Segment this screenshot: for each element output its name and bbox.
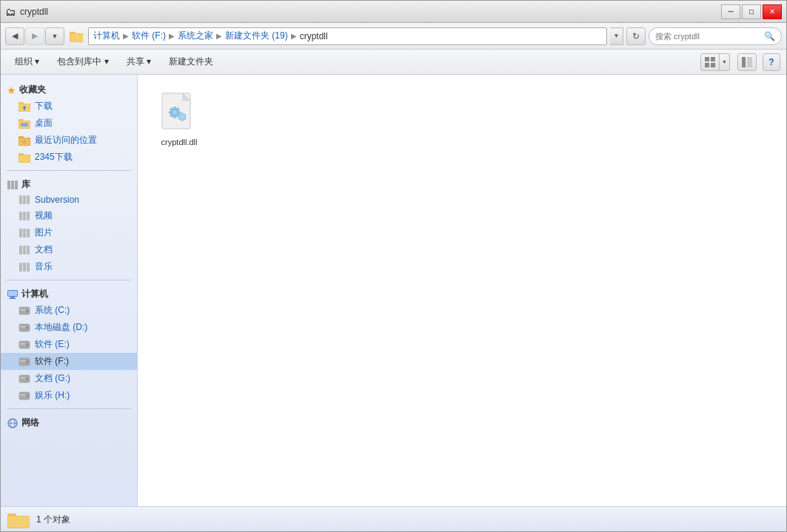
back-button[interactable]: ◀ [5,27,24,45]
sidebar-item-desktop[interactable]: 桌面 [1,115,137,132]
svg-rect-2 [70,34,82,41]
search-input[interactable] [655,32,761,41]
network-header-icon [7,417,19,429]
2345download-label: 2345下载 [35,151,73,164]
address-path[interactable]: 计算机 ▶ 软件 (F:) ▶ 系统之家 ▶ 新建文件夹 (19) ▶ cryp… [88,27,607,45]
recent-folder-icon: ⏱ [19,135,30,146]
sidebar-divider-1 [7,170,131,171]
sidebar-section-library[interactable]: 库 [1,175,137,192]
sidebar-item-document[interactable]: 文档 [1,241,137,258]
svg-point-56 [27,360,29,363]
sidebar-item-recent[interactable]: ⏱ 最近访问的位置 [1,132,137,149]
up-button[interactable]: ▼ [45,27,64,45]
minimize-button[interactable]: ─ [721,4,740,19]
sidebar-item-picture[interactable]: 图片 [1,224,137,241]
sidebar-item-subversion[interactable]: Subversion [1,192,137,207]
system-c-label: 系统 (C:) [35,304,70,317]
svg-point-50 [27,326,29,329]
address-dropdown-button[interactable]: ▼ [610,27,623,45]
sidebar-section-favorites[interactable]: ★ 收藏夹 [1,81,137,98]
sidebar-item-download[interactable]: 下载 [1,98,137,115]
svg-rect-27 [19,195,22,204]
svg-rect-54 [20,343,25,345]
svg-point-62 [27,394,29,397]
video-icon [19,211,30,221]
document-label: 文档 [35,243,53,256]
svg-point-72 [173,110,177,115]
search-box[interactable]: 🔍 [649,27,782,45]
svg-rect-41 [27,263,30,272]
forward-button[interactable]: ▶ [25,27,44,45]
sidebar-section-computer[interactable]: 计算机 [1,285,137,302]
svg-rect-48 [20,309,25,311]
svg-rect-63 [20,394,25,396]
refresh-button[interactable]: ↻ [626,27,646,45]
sidebar-item-system-c[interactable]: 系统 (C:) [1,302,137,319]
software-f-label: 软件 (F:) [35,355,69,368]
nav-arrow-group: ◀ ▶ ▼ [5,27,64,45]
help-button[interactable]: ? [763,53,780,71]
sidebar-item-software-f[interactable]: 软件 (F:) [1,353,137,370]
recent-label: 最近访问的位置 [35,134,97,147]
svg-text:⏱: ⏱ [22,140,27,144]
video-label: 视频 [35,209,53,222]
breadcrumb-f[interactable]: 软件 (F:) [132,30,166,42]
view-dropdown-button[interactable]: ▼ [720,53,730,71]
address-bar: ◀ ▶ ▼ 计算机 ▶ 软件 (F:) ▶ 系统之家 ▶ 新建文件夹 (19) … [1,23,786,50]
view-button-group: ▼ [700,53,730,71]
sidebar-item-music[interactable]: 音乐 [1,258,137,275]
svg-rect-24 [7,181,10,189]
sidebar-item-entertainment-h[interactable]: 娱乐 (H:) [1,387,137,404]
document-g-label: 文档 (G:) [35,372,70,385]
pane-button[interactable] [737,53,757,71]
svg-rect-91 [8,516,29,528]
share-button[interactable]: 共享 ▾ [118,52,159,73]
toolbar: 组织 ▾ 包含到库中 ▾ 共享 ▾ 新建文件夹 ▼ ? [1,50,786,75]
breadcrumb-newfolder[interactable]: 新建文件夹 (19) [225,30,288,42]
library-icon [7,179,19,191]
new-folder-button[interactable]: 新建文件夹 [161,52,221,73]
folder-icon-button[interactable] [67,27,85,45]
include-library-button[interactable]: 包含到库中 ▾ [49,52,116,73]
breadcrumb-computer[interactable]: 计算机 [93,30,120,42]
svg-rect-35 [27,229,30,238]
svg-point-59 [27,377,29,380]
svg-rect-30 [19,212,22,220]
picture-label: 图片 [35,226,53,239]
maximize-button[interactable]: □ [742,4,761,19]
disk-g-icon [19,374,30,384]
svg-point-82 [180,115,184,119]
file-item-cryptdll[interactable]: cryptdll.dll [150,87,209,153]
svg-rect-60 [20,377,25,379]
entertainment-h-label: 娱乐 (H:) [35,389,70,402]
status-folder-icon [7,511,30,530]
title-bar: 🗂 cryptdll ─ □ ✕ [1,1,786,23]
sidebar-item-video[interactable]: 视频 [1,207,137,224]
favorites-label: 收藏夹 [19,84,46,96]
breadcrumb-xitongzhijia[interactable]: 系统之家 [178,30,213,42]
svg-rect-77 [174,116,176,118]
music-icon [19,262,30,272]
sidebar-item-software-e[interactable]: 软件 (E:) [1,336,137,353]
sidebar-item-document-g[interactable]: 文档 (G:) [1,370,137,387]
desktop-folder-icon [19,118,30,129]
close-button[interactable]: ✕ [763,4,782,19]
organize-button[interactable]: 组织 ▾ [7,52,47,73]
sidebar-section-network[interactable]: 网络 [1,414,137,431]
disk-e-icon [19,340,30,350]
sidebar-item-2345download[interactable]: 2345下载 [1,149,137,166]
window-title: cryptdll [20,7,48,17]
disk-f-icon [19,357,30,367]
download-label: 下载 [35,100,53,112]
disk-h-icon [19,391,30,401]
svg-point-47 [27,309,29,312]
svg-rect-3 [705,57,709,61]
picture-icon [19,228,30,238]
status-bar: 1 个对象 [1,506,786,532]
sidebar: ★ 收藏夹 下载 桌面 [1,75,138,506]
view-icon-button[interactable] [700,53,720,71]
sidebar-item-local-d[interactable]: 本地磁盘 (D:) [1,319,137,336]
svg-rect-33 [19,229,22,238]
svg-rect-4 [711,57,715,61]
main-content: ★ 收藏夹 下载 桌面 [1,75,786,506]
